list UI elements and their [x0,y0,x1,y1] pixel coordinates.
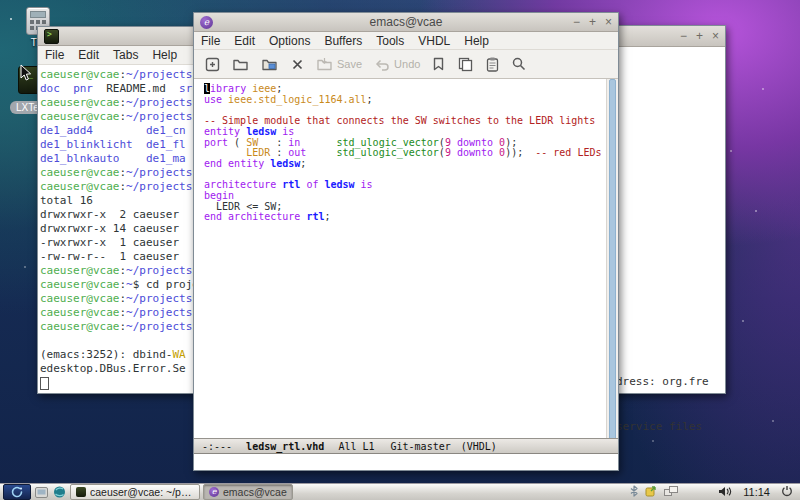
mouse-cursor [20,64,32,86]
lxde-logo-icon [10,486,24,498]
scrollbar-thumb[interactable] [609,79,616,440]
modeline-major-mode: (VHDL) [461,441,497,452]
power-icon[interactable] [781,483,793,500]
window-pager-icon[interactable] [664,483,678,500]
background-window: − + × dress: org.fre service files [612,25,726,394]
modeline-vc-branch: Git-master [391,441,451,452]
emacs-menu-tools[interactable]: Tools [369,32,411,50]
volume-icon[interactable] [718,483,732,500]
desktop: Tra LXTerm FileEditTabsHelp caeuser@vcae… [0,0,800,500]
text-line: end architecture rtl; [204,212,606,223]
minimize-button[interactable]: − [680,30,687,42]
emacs-menu-file[interactable]: File [194,32,227,50]
emacs-titlebar[interactable]: e emacs@vcae − + × [194,13,618,32]
search-icon[interactable] [511,56,527,72]
terminal-menu-help[interactable]: Help [145,46,184,64]
clipboard-manager-icon[interactable] [645,483,657,500]
emacs-scrollbar[interactable] [606,79,618,438]
taskbar-task-emacs[interactable]: e emacs@vcae [203,484,293,500]
taskbar-task-terminal[interactable]: caeuser@vcae: ~/proj... [70,484,200,500]
modeline-position: All L1 [338,441,374,452]
file-manager-icon[interactable] [34,486,49,499]
emacs-menu-edit[interactable]: Edit [227,32,262,50]
maximize-button[interactable]: + [589,16,596,28]
close-button[interactable]: × [712,30,719,42]
terminal-window-icon [44,29,59,44]
dired-button[interactable] [261,56,279,73]
emacs-menu-options[interactable]: Options [262,32,317,50]
copy-button[interactable] [457,56,474,73]
terminal-menu-file[interactable]: File [38,46,71,64]
desktop-pager-icon[interactable] [52,486,67,499]
terminal-menu-edit[interactable]: Edit [71,46,106,64]
emacs-echo-area[interactable] [194,454,618,470]
minimize-button[interactable]: − [573,16,580,28]
emacs-menubar: FileEditOptionsBuffersToolsVHDLHelp [194,32,618,50]
open-file-button[interactable] [232,56,250,73]
start-menu-button[interactable] [3,484,31,500]
emacs-menu-buffers[interactable]: Buffers [317,32,369,50]
modeline-filename: ledsw_rtl.vhd [246,441,324,452]
emacs-icon: e [209,487,219,497]
emacs-buffer[interactable]: library ieee;use ieee.std_logic_1164.all… [194,79,606,438]
save-button[interactable]: Save [316,56,362,73]
modeline-prefix: -:--- [202,441,232,452]
text-line: use ieee.std_logic_1164.all; [204,95,606,106]
text-line: architecture rtl of ledsw is [204,180,606,191]
maximize-button[interactable]: + [696,30,703,42]
emacs-menu-help[interactable]: Help [457,32,496,50]
bookmark-button[interactable] [431,56,446,72]
background-window-titlebar[interactable]: − + × [613,26,725,47]
paste-clipboard-button[interactable] [485,56,500,73]
emacs-window: e emacs@vcae − + × FileEditOptionsBuffer… [193,12,619,471]
close-button[interactable]: × [605,16,612,28]
undo-button[interactable]: Undo [373,57,420,72]
emacs-modeline: -:--- ledsw_rtl.vhd All L1 Git-master (V… [194,438,618,454]
undo-label: Undo [394,58,420,70]
bluetooth-icon[interactable] [630,483,638,500]
save-label: Save [337,58,362,70]
emacs-menu-vhdl[interactable]: VHDL [411,32,457,50]
background-window-text: dress: org.fre service files [616,344,709,464]
text-line: end entity ledsw; [204,159,606,170]
terminal-menu-tabs[interactable]: Tabs [106,46,145,64]
starfield-left [10,18,12,20]
taskbar-clock[interactable]: 11:14 [743,486,770,498]
terminal-icon [76,487,86,497]
window-title: emacs@vcae [194,15,618,29]
emacs-toolbar: Save Undo [194,50,618,79]
taskbar: caeuser@vcae: ~/proj... e emacs@vcae 11:… [0,483,800,500]
new-file-button[interactable] [204,56,221,73]
close-buffer-button[interactable] [290,57,305,72]
